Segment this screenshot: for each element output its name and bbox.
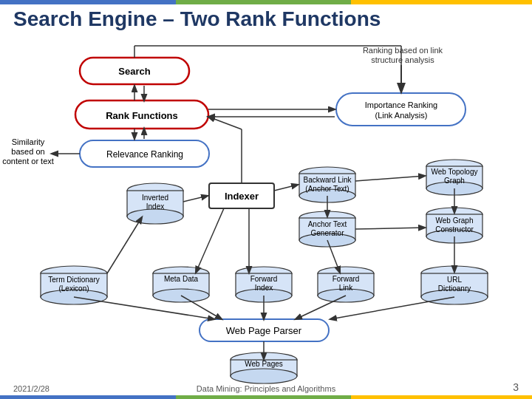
svg-text:Rank Functions: Rank Functions bbox=[106, 110, 178, 121]
svg-line-66 bbox=[181, 296, 222, 319]
svg-rect-28 bbox=[299, 218, 355, 240]
svg-point-19 bbox=[127, 209, 183, 224]
svg-rect-1 bbox=[75, 100, 208, 129]
svg-text:URL: URL bbox=[447, 276, 462, 284]
svg-text:Web Topology: Web Topology bbox=[431, 168, 477, 176]
svg-text:Forward: Forward bbox=[250, 275, 278, 283]
svg-text:Importance Ranking: Importance Ranking bbox=[365, 100, 437, 109]
svg-rect-31 bbox=[426, 214, 482, 236]
svg-line-52 bbox=[183, 196, 208, 202]
svg-point-24 bbox=[426, 160, 482, 173]
svg-point-41 bbox=[236, 289, 292, 302]
svg-text:Web Graph: Web Graph bbox=[436, 216, 474, 225]
svg-rect-3 bbox=[336, 93, 466, 126]
svg-rect-2 bbox=[80, 140, 209, 167]
svg-point-38 bbox=[153, 289, 209, 302]
svg-text:Index: Index bbox=[146, 202, 164, 211]
svg-rect-50 bbox=[231, 360, 297, 376]
svg-text:Constructor: Constructor bbox=[435, 225, 474, 233]
svg-line-62 bbox=[107, 217, 142, 273]
bottom-color-bar bbox=[0, 395, 532, 399]
svg-rect-43 bbox=[318, 273, 374, 296]
svg-text:Indexer: Indexer bbox=[225, 191, 259, 202]
svg-rect-25 bbox=[426, 166, 482, 188]
svg-line-55 bbox=[274, 185, 298, 191]
svg-point-27 bbox=[299, 211, 355, 225]
svg-point-36 bbox=[153, 267, 209, 280]
svg-text:Relevance Ranking: Relevance Ranking bbox=[106, 149, 183, 160]
svg-point-23 bbox=[299, 189, 355, 202]
svg-text:Inverted: Inverted bbox=[142, 194, 168, 202]
svg-rect-34 bbox=[41, 273, 107, 297]
footer-date: 2021/2/28 bbox=[13, 384, 50, 393]
svg-rect-0 bbox=[80, 58, 189, 84]
svg-rect-37 bbox=[153, 273, 209, 296]
svg-line-65 bbox=[74, 297, 214, 319]
svg-text:Index: Index bbox=[255, 284, 273, 292]
diagram-svg: Ranking based on link structure analysis bbox=[0, 0, 532, 399]
svg-point-42 bbox=[318, 267, 374, 280]
svg-text:Search: Search bbox=[118, 66, 150, 77]
footer-page: 3 bbox=[513, 381, 519, 393]
svg-point-35 bbox=[41, 290, 107, 304]
svg-text:Meta Data: Meta Data bbox=[164, 275, 199, 283]
slide: Search Engine – Two Rank Functions Ranki… bbox=[0, 0, 532, 399]
svg-text:(Anchor Text): (Anchor Text) bbox=[305, 185, 349, 193]
svg-text:(Lexicon): (Lexicon) bbox=[58, 284, 89, 293]
svg-text:Ranking based on link: Ranking based on link bbox=[363, 46, 443, 55]
svg-rect-48 bbox=[200, 319, 329, 341]
svg-text:Link: Link bbox=[339, 284, 353, 292]
svg-text:content or text: content or text bbox=[2, 157, 54, 166]
svg-text:Backward Link: Backward Link bbox=[303, 176, 352, 184]
svg-rect-46 bbox=[421, 273, 488, 297]
svg-line-69 bbox=[330, 297, 454, 319]
svg-rect-40 bbox=[236, 273, 292, 296]
svg-text:Anchor Text: Anchor Text bbox=[308, 220, 347, 228]
svg-text:Web Pages: Web Pages bbox=[245, 360, 283, 368]
svg-line-63 bbox=[327, 240, 340, 273]
svg-line-57 bbox=[355, 228, 425, 229]
svg-text:based on: based on bbox=[11, 147, 44, 156]
svg-point-44 bbox=[318, 289, 374, 302]
svg-text:Term Dictionary: Term Dictionary bbox=[48, 276, 99, 284]
svg-point-51 bbox=[231, 369, 297, 383]
svg-rect-18 bbox=[127, 191, 183, 216]
svg-text:Similarity: Similarity bbox=[12, 137, 45, 146]
svg-text:Forward: Forward bbox=[332, 275, 360, 283]
svg-line-61 bbox=[196, 208, 224, 273]
svg-point-21 bbox=[299, 167, 355, 180]
svg-text:Dictioanry: Dictioanry bbox=[438, 284, 471, 293]
svg-text:(Link Analysis): (Link Analysis) bbox=[375, 111, 428, 120]
svg-point-49 bbox=[231, 352, 297, 367]
svg-point-47 bbox=[421, 290, 488, 304]
svg-point-17 bbox=[127, 183, 183, 198]
top-color-bar bbox=[0, 0, 532, 4]
svg-point-26 bbox=[426, 182, 482, 195]
svg-text:Web Page Parser: Web Page Parser bbox=[226, 325, 302, 336]
svg-point-33 bbox=[41, 266, 107, 281]
svg-point-39 bbox=[236, 267, 292, 280]
page-title: Search Engine – Two Rank Functions bbox=[13, 7, 381, 31]
svg-text:Graph: Graph bbox=[444, 177, 465, 185]
svg-point-32 bbox=[426, 230, 482, 243]
svg-line-54 bbox=[208, 117, 242, 129]
svg-line-68 bbox=[296, 296, 346, 319]
svg-point-29 bbox=[299, 233, 355, 247]
svg-rect-20 bbox=[209, 183, 274, 208]
svg-point-45 bbox=[421, 266, 488, 281]
svg-line-59 bbox=[355, 176, 425, 181]
svg-point-30 bbox=[426, 208, 482, 221]
footer-center: Data Mining: Principles and Algorithms bbox=[197, 384, 335, 393]
svg-text:Generator: Generator bbox=[310, 229, 344, 237]
svg-text:structure analysis: structure analysis bbox=[371, 55, 434, 64]
svg-rect-22 bbox=[299, 174, 355, 196]
